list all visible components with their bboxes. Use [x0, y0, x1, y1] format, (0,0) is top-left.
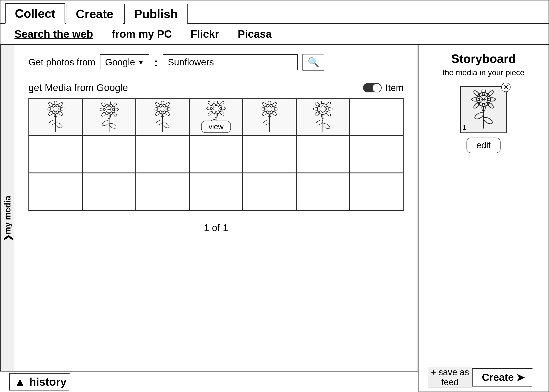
- svg-point-71: [320, 106, 326, 112]
- svg-point-61: [271, 102, 277, 108]
- svg-point-65: [262, 110, 267, 116]
- svg-point-48: [219, 101, 225, 107]
- my-media-label: my media: [3, 196, 13, 234]
- svg-point-19: [112, 102, 117, 108]
- grid-cell-10: [136, 136, 189, 173]
- grid-title: get Media from Google: [29, 82, 128, 93]
- svg-point-85: [482, 89, 485, 95]
- search-icon: 🔍: [308, 57, 319, 67]
- search-dropdown[interactable]: Google ▼: [100, 54, 150, 70]
- svg-point-39: [155, 110, 160, 116]
- toggle-knob: [373, 84, 381, 92]
- storyboard-subtitle: the media in your piece: [428, 68, 539, 77]
- search-row: Get photos from Google ▼ : 🔍: [29, 54, 404, 70]
- grid-cell-6[interactable]: [296, 98, 350, 136]
- pagination-label: 1 of 1: [204, 222, 228, 233]
- tab-publish[interactable]: Publish: [124, 4, 188, 24]
- dropdown-arrow-icon: ▼: [137, 58, 144, 66]
- grid-cell-17: [136, 173, 189, 210]
- tab-create[interactable]: Create: [66, 4, 123, 24]
- edit-button[interactable]: edit: [467, 138, 500, 153]
- close-icon: ✕: [503, 84, 509, 91]
- grid-cell-2[interactable]: [82, 98, 136, 136]
- grid-cell-15: [29, 173, 82, 210]
- svg-point-5: [58, 110, 63, 116]
- tab-publish-label: Publish: [134, 7, 178, 21]
- toggle-container: Item: [363, 83, 404, 93]
- storyboard-actions: + save as feed Create ➤: [419, 362, 549, 388]
- history-bar: ▲ history: [0, 371, 419, 392]
- dropdown-value: Google: [105, 57, 135, 68]
- subnav-search-web[interactable]: Search the web: [14, 28, 93, 40]
- search-label: Get photos from: [29, 57, 95, 68]
- create-arrow-icon: ➤: [516, 371, 525, 383]
- storyboard-thumbnail[interactable]: ✕: [460, 86, 507, 133]
- svg-point-12: [55, 122, 63, 129]
- grid-cell-3[interactable]: [136, 98, 189, 136]
- view-button[interactable]: view: [201, 121, 231, 133]
- svg-point-34: [161, 101, 164, 106]
- svg-point-69: [262, 119, 271, 126]
- svg-point-2: [54, 101, 57, 106]
- svg-point-9: [48, 102, 54, 108]
- svg-point-87: [488, 98, 495, 101]
- my-media-tab[interactable]: ❯ my media: [0, 45, 14, 392]
- subnav-from-pc[interactable]: from my PC: [112, 28, 172, 40]
- subnav-flickr[interactable]: Flickr: [191, 28, 219, 40]
- svg-point-4: [59, 108, 64, 110]
- svg-point-18: [108, 101, 110, 106]
- svg-point-46: [213, 105, 219, 112]
- history-arrow-icon: ▲: [14, 376, 26, 388]
- svg-point-72: [322, 101, 324, 105]
- svg-point-11: [48, 119, 57, 126]
- storyboard-title: Storyboard: [428, 52, 539, 66]
- svg-point-8: [47, 108, 52, 110]
- item-toggle[interactable]: [363, 83, 382, 92]
- image-grid: view: [29, 98, 404, 211]
- history-label: history: [29, 376, 67, 388]
- svg-point-67: [262, 102, 267, 108]
- svg-point-7: [48, 110, 54, 116]
- create-button[interactable]: Create ➤: [472, 368, 539, 387]
- history-button[interactable]: ▲ history: [9, 373, 74, 391]
- pagination: 1 of 1: [29, 222, 404, 233]
- svg-point-24: [100, 108, 105, 111]
- grid-cell-1[interactable]: [29, 98, 82, 136]
- svg-point-28: [108, 122, 117, 129]
- save-feed-button[interactable]: + save as feed: [428, 367, 472, 388]
- svg-point-20: [113, 108, 118, 111]
- svg-point-74: [326, 108, 332, 110]
- svg-point-40: [154, 108, 159, 110]
- svg-point-25: [101, 102, 107, 108]
- subnav-picasa[interactable]: Picasa: [238, 28, 272, 40]
- grid-cell-9: [82, 136, 136, 173]
- svg-point-91: [472, 98, 479, 101]
- search-button[interactable]: 🔍: [303, 54, 324, 70]
- svg-point-3: [58, 102, 63, 108]
- svg-point-49: [219, 107, 225, 110]
- svg-point-78: [313, 108, 319, 110]
- tab-collect[interactable]: Collect: [5, 3, 65, 24]
- thumbnail-number: 1: [462, 124, 466, 131]
- svg-point-95: [483, 116, 493, 125]
- search-input[interactable]: [163, 54, 298, 70]
- svg-point-44: [161, 122, 170, 129]
- svg-point-63: [271, 110, 277, 116]
- grid-cell-11: [189, 136, 243, 173]
- svg-point-45: [211, 103, 222, 114]
- grid-cell-16: [82, 173, 136, 210]
- svg-point-59: [267, 106, 272, 112]
- grid-cell-4[interactable]: view: [189, 98, 243, 136]
- svg-point-94: [474, 111, 484, 120]
- svg-point-52: [207, 110, 213, 116]
- tab-create-label: Create: [76, 7, 114, 21]
- svg-point-35: [165, 102, 170, 108]
- grid-cell-5[interactable]: [243, 98, 296, 136]
- svg-point-82: [322, 122, 331, 130]
- grid-cell-14: [350, 136, 403, 173]
- storyboard-panel: Storyboard the media in your piece ✕: [418, 45, 549, 392]
- grid-cell-12: [243, 136, 296, 173]
- svg-point-41: [155, 102, 160, 108]
- storyboard-close-button[interactable]: ✕: [501, 83, 511, 92]
- colon-separator: :: [154, 56, 158, 69]
